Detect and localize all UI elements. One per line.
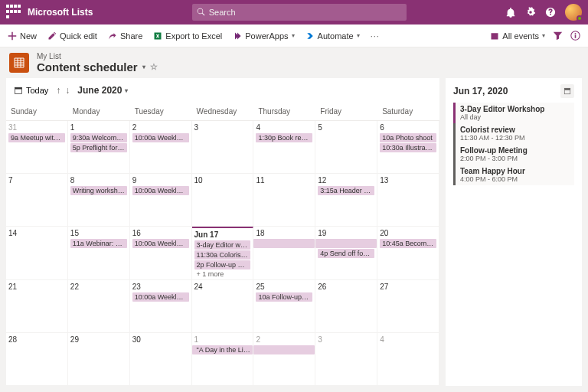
calendar-cell[interactable]: 1511a Webinar: Produ…	[68, 227, 130, 279]
today-button[interactable]: Today	[14, 86, 48, 95]
calendar-cell[interactable]: 19:30a Welcome & In…5p Preflight for "Fa…	[68, 121, 130, 174]
settings-icon[interactable]	[525, 7, 536, 18]
calendar-cell[interactable]: 28	[6, 333, 68, 386]
automate-button[interactable]: Automate ▾	[305, 31, 360, 41]
calendar-event[interactable]: 2p Follow-up Meet…	[194, 260, 251, 270]
prev-month-button[interactable]: ↑	[56, 85, 60, 96]
calendar-cell[interactable]: 5	[315, 121, 377, 174]
calendar-event[interactable]: Writing workshop	[70, 186, 127, 195]
calendar-cell[interactable]: 7	[6, 174, 68, 227]
side-event[interactable]: Follow-up Meeting2:00 PM - 3:00 PM	[453, 144, 574, 165]
calendar-cell[interactable]: 2510a Follow-up Meet…	[253, 280, 315, 333]
quick-edit-button[interactable]: Quick edit	[47, 31, 97, 41]
search-box[interactable]	[192, 4, 407, 21]
calendar-cell[interactable]: 610a Photo shoot10:30a Illustration b…	[377, 121, 439, 174]
side-event-title: 3-Day Editor Workshop	[460, 105, 570, 113]
calendar-event[interactable]: "A Day in the Life of Contoso" release p…	[192, 345, 253, 354]
chevron-down-icon: ▾	[357, 32, 360, 39]
share-icon	[108, 31, 117, 41]
side-event[interactable]: Team Happy Hour4:00 PM - 6:00 PM	[453, 165, 574, 185]
calendar-cell[interactable]: 910:00a Weekly edito…	[130, 174, 192, 227]
calendar-cell[interactable]: 8Writing workshop	[68, 174, 130, 227]
calendar-event[interactable]	[315, 239, 377, 248]
calendar-cell[interactable]: 123:15a Header updates	[315, 174, 377, 227]
calendar-cell[interactable]: 27	[377, 280, 439, 333]
calendar-event[interactable]: 10a Photo shoot	[380, 133, 436, 142]
day-view-icon[interactable]	[560, 84, 574, 98]
calendar-event[interactable]: 1:30p Book reading …	[256, 133, 312, 142]
calendar-cell[interactable]: 41:30p Book reading …	[253, 121, 315, 174]
info-icon[interactable]	[570, 31, 580, 41]
calendar-cell[interactable]: 2	[253, 333, 315, 386]
calendar-cell[interactable]: 19 4p Send off for Kat …	[315, 227, 377, 279]
filter-icon[interactable]	[553, 31, 563, 41]
overflow-button[interactable]: ···	[371, 31, 380, 41]
calendar-event[interactable]: 9:30a Welcome & In…	[70, 133, 127, 142]
day-number: 25	[256, 283, 312, 291]
day-number: 10	[194, 176, 251, 185]
calendar-cell[interactable]: 26	[315, 280, 377, 333]
view-selector[interactable]: All events ▾	[490, 31, 545, 41]
calendar-cell[interactable]: Jun 173-day Editor workshop11:30a Colori…	[192, 227, 254, 279]
calendar-cell[interactable]: 18	[253, 227, 315, 279]
calendar-event[interactable]: 11a Webinar: Produ…	[70, 239, 127, 248]
calendar-event[interactable]: 10:30a Illustration b…	[380, 143, 436, 152]
calendar-event[interactable]: 3:15a Header updates	[318, 186, 374, 195]
calendar-cell[interactable]: 10	[192, 174, 254, 227]
notifications-icon[interactable]	[505, 7, 516, 18]
powerapps-button[interactable]: PowerApps ▾	[233, 31, 294, 41]
avatar[interactable]	[565, 4, 582, 21]
calendar-cell[interactable]: 1"A Day in the Life of Contoso" release …	[192, 333, 254, 386]
calendar-cell[interactable]: 29	[68, 333, 130, 386]
calendar-event[interactable]	[253, 345, 315, 354]
calendar-cell[interactable]: 30	[130, 333, 192, 386]
calendar-event[interactable]: 3-day Editor workshop	[194, 240, 251, 250]
share-button[interactable]: Share	[108, 31, 142, 41]
calendar-event[interactable]: 9a Meetup with aut…	[8, 133, 65, 142]
day-number: 14	[8, 229, 65, 237]
calendar-cell[interactable]: 14	[6, 227, 68, 279]
calendar-event[interactable]	[253, 239, 315, 248]
day-number: 26	[318, 283, 374, 291]
calendar-cell[interactable]: 210:00a Weekly edito…	[130, 121, 192, 174]
next-month-button[interactable]: ↓	[65, 85, 70, 96]
side-event[interactable]: 3-Day Editor WorkshopAll day	[453, 103, 574, 123]
app-launcher-icon[interactable]	[6, 5, 21, 20]
more-events[interactable]: + 1 more	[194, 270, 251, 278]
help-icon[interactable]	[545, 7, 556, 18]
calendar-cell[interactable]: 21	[6, 280, 68, 333]
new-button[interactable]: New	[8, 31, 37, 41]
calendar-event[interactable]: 4p Send off for Kat …	[318, 249, 374, 258]
side-event-time: All day	[460, 113, 570, 121]
chevron-down-icon[interactable]: ▾	[125, 87, 128, 94]
calendar-cell[interactable]: 22	[68, 280, 130, 333]
calendar-event[interactable]: 10:00a Weekly edito…	[132, 239, 189, 248]
calendar-cell[interactable]: 2010:45a Become a Pe…	[377, 227, 439, 279]
calendar-cell[interactable]: 3	[192, 121, 254, 174]
calendar-cell[interactable]: 3	[315, 333, 377, 386]
breadcrumb[interactable]: My List	[37, 52, 158, 60]
calendar-event[interactable]: 10:00a Weekly edito…	[132, 292, 189, 302]
calendar-event[interactable]: 10:45a Become a Pe…	[380, 239, 436, 248]
search-input[interactable]	[209, 8, 402, 17]
calendar-cell[interactable]: 319a Meetup with aut…	[6, 121, 68, 174]
calendar-cell[interactable]: 11	[253, 174, 315, 227]
calendar-today-icon	[14, 86, 23, 95]
calendar-cell[interactable]: 24	[192, 280, 254, 333]
calendar-cell[interactable]: 2310:00a Weekly edito…	[130, 280, 192, 333]
calendar-cell[interactable]: 4	[377, 333, 439, 386]
chevron-down-icon[interactable]: ▾	[142, 64, 145, 70]
export-excel-button[interactable]: Export to Excel	[153, 31, 222, 41]
calendar-event[interactable]: 10a Follow-up Meet…	[256, 292, 312, 302]
side-event-time: 2:00 PM - 3:00 PM	[460, 155, 570, 162]
weekday-header: Thursday	[253, 103, 315, 120]
calendar-event[interactable]: 10:00a Weekly edito…	[132, 186, 189, 195]
calendar-cell[interactable]: 1610:00a Weekly edito…	[130, 227, 192, 279]
side-event-title: Follow-up Meeting	[460, 146, 570, 155]
side-event[interactable]: Colorist review11:30 AM - 12:30 PM	[453, 123, 574, 144]
favorite-icon[interactable]: ☆	[150, 62, 158, 72]
calendar-cell[interactable]: 13	[377, 174, 439, 227]
calendar-event[interactable]: 11:30a Colorist revie…	[194, 250, 251, 260]
calendar-event[interactable]: 10:00a Weekly edito…	[132, 133, 189, 142]
calendar-event[interactable]: 5p Preflight for "Fa…	[70, 143, 127, 152]
